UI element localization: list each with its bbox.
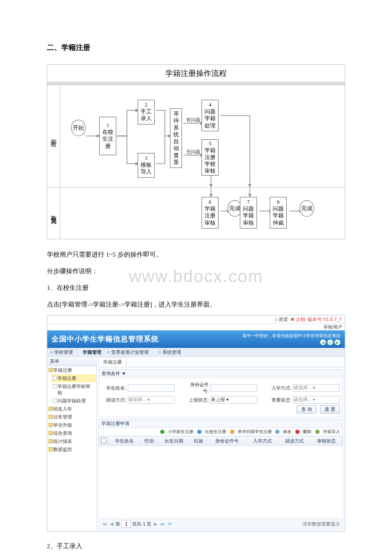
- grid-panel: 学籍注册申请 小学新生注册 在校生注册 来华归国学生注册 修改 删除 学籍导入 …: [98, 419, 343, 529]
- lbl-enroll: 入学方式:: [267, 385, 291, 391]
- menu-nutrition[interactable]: ○ 营养改善计划管理: [107, 350, 153, 355]
- tool-new-primary[interactable]: 小学新生注册: [160, 429, 193, 434]
- lbl-study: 就读方式:: [101, 397, 126, 403]
- p5: 2、手工录入: [47, 539, 345, 553]
- banner: 全国中小学生学籍信息管理系统 某中一中您好，欢迎光临全国中小学生学籍信息系统 ◄…: [47, 330, 345, 348]
- home-icon[interactable]: ⌂ 首页: [275, 316, 288, 323]
- node-2: 2手工录入: [138, 100, 155, 124]
- node-6: 6学籍注册审核: [202, 197, 219, 228]
- tool-import[interactable]: 学籍导入: [315, 429, 340, 434]
- empty-hint: 没有数据需要显示: [303, 521, 340, 527]
- last-page[interactable]: ⏭: [159, 521, 166, 526]
- app-screenshot: ⌂ 首页 ✖ 注销 版本号:V1.0.7_T 学校用户 全国中小学生学籍信息管理…: [47, 315, 345, 532]
- top-btn-1[interactable]: ◄: [320, 339, 326, 345]
- search-button[interactable]: 查 询: [297, 405, 317, 413]
- lbl-dup: 查重状态:: [267, 397, 291, 403]
- menubar: ○ 学校管理 学籍管理 ○ 营养改善计划管理 ○ 系统管理: [47, 348, 345, 357]
- user-role: 学校用户: [47, 324, 345, 330]
- select-report[interactable]: 未上报 ▾: [210, 396, 257, 404]
- logout-link[interactable]: ✖ 注销: [291, 316, 305, 323]
- search-panel: 查询条件 ▼ 学生姓名: 身份证件号: 入学方式:请选择... ▾ 就读方式:请…: [98, 369, 343, 417]
- lbl-report: 上报状态:: [184, 397, 209, 403]
- select-dup[interactable]: 请选择... ▾: [293, 396, 340, 404]
- node-1: 1在校生注册: [99, 117, 116, 155]
- tree-monitor[interactable]: 数据监控: [47, 445, 96, 454]
- lane-edu-label: 教育局: [50, 211, 58, 216]
- section-title: 二、学籍注册: [47, 43, 345, 52]
- node-done2: 完成: [300, 200, 314, 217]
- refresh-icon[interactable]: ⟳: [167, 521, 173, 526]
- sidebar-title: 菜单: [47, 357, 96, 366]
- app-title: 全国中小学生学籍信息管理系统: [52, 334, 159, 344]
- next-page[interactable]: ▶: [153, 521, 158, 526]
- col-idno[interactable]: 身份证件号: [208, 436, 247, 446]
- col-gender[interactable]: 性别: [140, 436, 158, 446]
- tree-daily[interactable]: 日常管理: [47, 413, 96, 421]
- flowchart: 学籍注册操作流程 学校 有问题 无问题: [47, 64, 345, 239]
- lane-school-label: 学校: [50, 134, 58, 138]
- tree-report[interactable]: 统计报表: [47, 437, 96, 445]
- grid-body: [99, 446, 343, 518]
- node-start: 开始: [71, 120, 86, 136]
- node-8: 8问题学籍仲裁: [270, 197, 287, 228]
- flow-title: 学籍注册操作流程: [47, 65, 345, 82]
- node-wait: 等待系统自动查重: [170, 108, 182, 168]
- top-btn-2[interactable]: ⎙: [327, 339, 333, 345]
- menu-system[interactable]: ○ 系统管理: [159, 350, 186, 355]
- menu-xueji[interactable]: 学籍管理: [83, 350, 101, 355]
- svg-text:有问题: 有问题: [186, 117, 200, 122]
- col-status[interactable]: 审核状态: [311, 436, 343, 446]
- reset-button[interactable]: 重 置: [320, 405, 340, 413]
- tool-returnee[interactable]: 来华归国学生注册: [230, 429, 272, 434]
- node-5: 5学籍注册学校审核: [202, 139, 219, 176]
- tree-register-reg[interactable]: 学籍注册: [52, 374, 96, 382]
- col-ethnic[interactable]: 民族: [190, 436, 208, 446]
- select-all[interactable]: [101, 438, 107, 443]
- input-id[interactable]: [210, 384, 257, 392]
- lbl-name: 学生姓名:: [101, 385, 126, 391]
- grid-title: 学籍注册申请: [99, 419, 343, 428]
- p1: 学校用户只需要进行 1~5 步的操作即可。: [47, 248, 345, 262]
- tree-register-approve[interactable]: 学籍注册学校审核: [52, 382, 96, 397]
- tool-edit[interactable]: 修改: [275, 429, 291, 434]
- col-birth[interactable]: 出生日期: [158, 436, 190, 446]
- data-table: 学生姓名 性别 出生日期 民族 身份证件号 入学方式 就读方式 审核状态: [99, 436, 343, 446]
- tool-delete[interactable]: 删除: [295, 429, 311, 434]
- select-enroll[interactable]: 请选择... ▾: [293, 384, 340, 392]
- tree-query[interactable]: 综合查询: [47, 429, 96, 437]
- menu-school[interactable]: ○ 学校管理: [50, 350, 77, 355]
- pager: ⏮ ◀ 第 页共 1 页 ▶ ⏭ ⟳ 没有数据需要显示: [99, 518, 343, 529]
- node-7: 7问题学籍审核: [240, 197, 257, 228]
- prev-page[interactable]: ◀: [109, 521, 114, 526]
- tree-register[interactable]: 学籍注册: [47, 366, 96, 374]
- tree-enroll[interactable]: 招生入学: [47, 405, 96, 413]
- tab-register[interactable]: 学籍注册: [98, 358, 127, 366]
- input-name[interactable]: [128, 384, 175, 392]
- top-btn-3[interactable]: ►: [334, 339, 340, 345]
- p4: 点击[学籍管理->学籍注册->学籍注册]，进入学生注册界面。: [47, 298, 345, 312]
- p2: 分步骤操作说明：: [47, 264, 345, 278]
- version-label: 版本号:V1.0.7_T: [308, 316, 342, 323]
- col-study[interactable]: 就读方式: [279, 436, 311, 446]
- sidebar: 菜单 学籍注册 学籍注册 学籍注册学校审核 问题学籍处理 招生入学 日常管理 毕…: [47, 357, 97, 531]
- node-4: 4问题学籍处理: [202, 100, 219, 131]
- welcome-text: 某中一中您好，欢迎光临全国中小学生学籍信息系统: [242, 333, 340, 338]
- page-input[interactable]: [121, 520, 131, 528]
- search-title[interactable]: 查询条件 ▼: [99, 370, 343, 378]
- first-page[interactable]: ⏮: [101, 521, 108, 526]
- tool-current[interactable]: 在校生注册: [197, 429, 226, 434]
- col-name[interactable]: 学生姓名: [109, 436, 141, 446]
- tree-graduate[interactable]: 毕业升级: [47, 421, 96, 429]
- select-study[interactable]: 请选择... ▾: [128, 396, 175, 404]
- svg-text:无问题: 无问题: [186, 149, 200, 154]
- lbl-id: 身份证件号:: [184, 382, 209, 394]
- col-enroll[interactable]: 入学方式: [247, 436, 279, 446]
- tree-register-issue[interactable]: 问题学籍处理: [52, 397, 96, 405]
- node-3: 3模板导入: [138, 153, 155, 178]
- p3: 1、在校生注册: [47, 281, 345, 295]
